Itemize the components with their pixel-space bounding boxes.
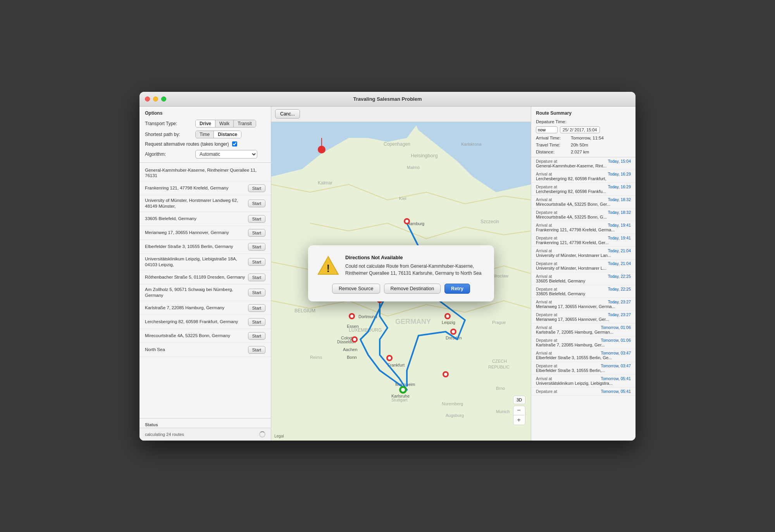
shortest-path-row: Shortest path by: Time Distance xyxy=(140,129,271,140)
list-item: Depature atToday, 23:27 Merianweg 17, 30… xyxy=(531,311,636,324)
location-text: General-Kammhuber-Kaserne, Rintheimer Qu… xyxy=(145,167,265,179)
alternative-routes-label: Request alternative routes (takes longer… xyxy=(145,141,229,147)
location-text: North Sea xyxy=(145,347,248,353)
spinner-icon xyxy=(259,431,265,437)
list-item: Arrival atTomorrow, 01:06 Karlstraße 7, … xyxy=(531,324,636,336)
start-button[interactable]: Start xyxy=(248,215,265,223)
list-item: Arrival atToday, 16:29 Lerchesbergring 8… xyxy=(531,170,636,183)
start-button[interactable]: Start xyxy=(248,289,265,296)
start-button[interactable]: Start xyxy=(248,200,265,207)
distance-value: 2.027 km xyxy=(571,150,589,154)
right-panel: Route Summary Depature Time: 25/ 2/ 2017… xyxy=(531,107,636,441)
titlebar: Travaling Salesman Problem xyxy=(140,92,636,107)
list-item: Lerchesbergring 82, 60598 Frankfurt, Ger… xyxy=(140,315,271,329)
list-item: University of Münster, Horstmarer Landwe… xyxy=(140,195,271,212)
location-text: University of Münster, Horstmarer Landwe… xyxy=(145,198,248,209)
start-button[interactable]: Start xyxy=(248,304,265,312)
departure-time-row: Depature Time: xyxy=(531,118,636,125)
start-button[interactable]: Start xyxy=(248,258,265,266)
transport-drive-btn[interactable]: Drive xyxy=(196,120,215,127)
map-area: Canc... xyxy=(271,107,531,441)
arrival-time-value: Tomorrow, 11:54 xyxy=(571,136,604,140)
list-item: Am Zollholz 5, 90571 Schwaig bei Nürnber… xyxy=(140,284,271,301)
departure-time-value-row: 25/ 2/ 2017, 15:04 xyxy=(531,125,636,134)
distance-row: Distance: 2.027 km xyxy=(531,148,636,155)
dialog-title: Directions Not Available xyxy=(345,255,485,260)
algorithm-select[interactable]: Automatic xyxy=(195,150,257,158)
alternative-routes-checkbox[interactable] xyxy=(232,141,237,146)
shortest-path-control: Time Distance xyxy=(195,131,241,138)
travel-time-value: 20h 50m xyxy=(571,143,588,147)
close-button[interactable] xyxy=(145,96,150,102)
dialog-buttons: Remove Source Remove Destination Retry xyxy=(317,284,485,294)
location-text: Universitätsklinikum Leipzig, Liebigstra… xyxy=(145,256,248,268)
route-summary-header: Route Summary xyxy=(531,107,636,118)
start-button[interactable]: Start xyxy=(248,243,265,251)
departure-now-input[interactable] xyxy=(536,126,558,133)
transport-type-row: Transport Type: Drive Walk Transit xyxy=(140,118,271,129)
list-item: Arrival atToday, 23:27 Merianweg 17, 306… xyxy=(531,298,636,311)
list-item: Depature atToday, 21:04 University of Mü… xyxy=(531,260,636,272)
status-label: Status xyxy=(140,421,271,428)
list-item: Depature atTomorrow, 05:41 xyxy=(531,387,636,396)
location-text: Merianweg 17, 30655 Hannover, Germany xyxy=(145,230,248,236)
start-button[interactable]: Start xyxy=(248,184,265,192)
departure-time-label: Depature Time: xyxy=(536,119,571,124)
travel-time-label: Travel Time: xyxy=(536,143,571,147)
status-bar: calculating 24 routes xyxy=(140,428,271,441)
algorithm-row: Algorithm: Automatic xyxy=(140,148,271,160)
list-item: Elberfelder Straße 3, 10555 Berlin, Germ… xyxy=(140,240,271,254)
location-text: Mirecourtstraße 4A, 53225 Bonn, Germany xyxy=(145,333,248,339)
departure-time-inputs: 25/ 2/ 2017, 15:04 xyxy=(536,126,600,133)
dialog-text: Directions Not Available Could not calcu… xyxy=(345,255,485,277)
warning-icon: ! xyxy=(317,255,339,276)
shortest-time-btn[interactable]: Time xyxy=(196,131,214,138)
maximize-button[interactable] xyxy=(161,96,166,102)
start-button[interactable]: Start xyxy=(248,229,265,237)
location-text: Frankenring 121, 47798 Krefeld, Germany xyxy=(145,185,248,191)
traffic-lights xyxy=(145,96,166,102)
list-item: Depature atTomorrow, 03:47 Elberfelder S… xyxy=(531,362,636,375)
list-item: Arrival atToday, 22:25 33605 Bielefeld, … xyxy=(531,272,636,285)
list-item: Depature atToday, 19:41 Frankenring 121,… xyxy=(531,234,636,247)
list-item: Frankenring 121, 47798 Krefeld, Germany … xyxy=(140,181,271,195)
dialog-message: Could not calculate Route from General-K… xyxy=(345,263,485,277)
list-item: Depature atToday, 16:29 Lerchesbergring … xyxy=(531,183,636,196)
directions-not-available-dialog: ! Directions Not Available Could not cal… xyxy=(308,245,494,301)
alternative-routes-row: Request alternative routes (takes longer… xyxy=(140,140,271,148)
minimize-button[interactable] xyxy=(153,96,158,102)
list-item: Arrival atToday, 19:41 Frankenring 121, … xyxy=(531,221,636,234)
list-item: Mirecourtstraße 4A, 53225 Bonn, Germany … xyxy=(140,329,271,343)
arrival-time-row: Arrival Time: Tomorrow, 11:54 xyxy=(531,134,636,141)
departure-datetime-value: 25/ 2/ 2017, 15:04 xyxy=(560,126,600,133)
remove-destination-button[interactable]: Remove Destination xyxy=(384,284,441,294)
transport-type-label: Transport Type: xyxy=(145,121,195,126)
start-button[interactable]: Start xyxy=(248,346,265,354)
transport-transit-btn[interactable]: Transit xyxy=(234,120,255,127)
location-text: 33605 Bielefeld, Germany xyxy=(145,216,248,222)
left-panel: Options Transport Type: Drive Walk Trans… xyxy=(140,107,271,441)
list-item: Universitätsklinikum Leipzig, Liebigstra… xyxy=(140,254,271,270)
list-item: Karlstraße 7, 22085 Hamburg, Germany Sta… xyxy=(140,301,271,315)
list-item: General-Kammhuber-Kaserne, Rintheimer Qu… xyxy=(140,165,271,182)
location-text: Karlstraße 7, 22085 Hamburg, Germany xyxy=(145,305,248,311)
remove-source-button[interactable]: Remove Source xyxy=(332,284,380,294)
list-item: Arrival atTomorrow, 03:47 Elberfelder St… xyxy=(531,349,636,362)
travel-time-row: Travel Time: 20h 50m xyxy=(531,141,636,148)
start-button[interactable]: Start xyxy=(248,274,265,281)
window-title: Travaling Salesman Problem xyxy=(353,96,422,102)
location-text: Lerchesbergring 82, 60598 Frankfurt, Ger… xyxy=(145,319,248,325)
list-item: Depature atToday, 15:04 General-Kammhube… xyxy=(531,157,636,170)
transport-walk-btn[interactable]: Walk xyxy=(215,120,234,127)
start-button[interactable]: Start xyxy=(248,332,265,340)
shortest-distance-btn[interactable]: Distance xyxy=(214,131,241,138)
list-item: Röthenbacher Straße 5, 01189 Dresden, Ge… xyxy=(140,270,271,284)
main-content: Options Transport Type: Drive Walk Trans… xyxy=(140,107,636,441)
list-item: Arrival atToday, 21:04 University of Mün… xyxy=(531,247,636,260)
start-button[interactable]: Start xyxy=(248,318,265,326)
retry-button[interactable]: Retry xyxy=(444,284,470,294)
list-item: North Sea Start xyxy=(140,343,271,357)
app-window: Travaling Salesman Problem Options Trans… xyxy=(140,92,636,441)
list-item: Merianweg 17, 30655 Hannover, Germany St… xyxy=(140,226,271,240)
distance-label: Distance: xyxy=(536,150,571,154)
